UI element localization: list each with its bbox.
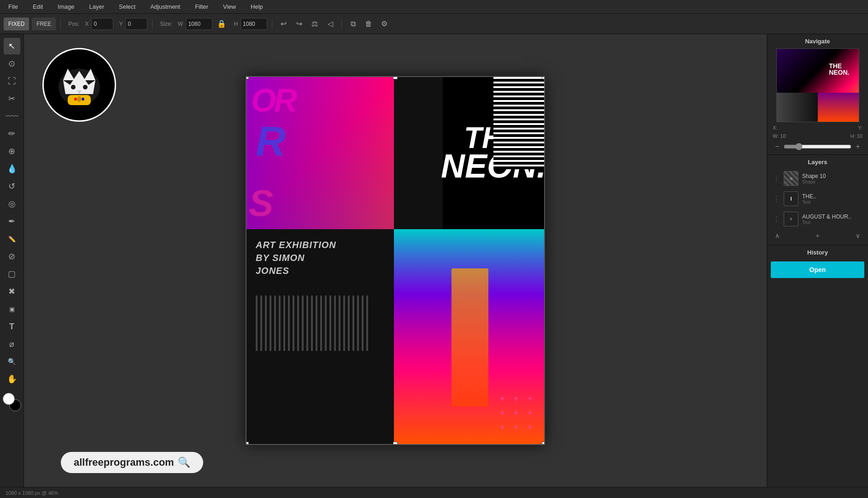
menu-image[interactable]: Image (55, 2, 77, 11)
layer-move-down-button[interactable]: ∨ (852, 230, 863, 241)
main-content: ↖ ⊙ ⛶ ✂ 〰〰 ✏ ⊕ 💧 ↺ ◎ ✒ ✏️ ⊘ ▢ ✖ ▣ T ⌀ 🔍 … (0, 34, 868, 487)
nav-w-label: W: 10 (773, 133, 786, 139)
color-swatches (3, 393, 21, 411)
toolbar-separator-4 (341, 18, 342, 30)
layer-menu-icon[interactable]: ⋮ (773, 174, 780, 183)
hand-tool[interactable]: ✋ (4, 371, 20, 387)
rotate-tool[interactable]: ↺ (4, 178, 20, 195)
handle-br[interactable] (542, 442, 545, 445)
layer-name-august: AUGUST & HOUR.. (802, 213, 862, 220)
menu-layer[interactable]: Layer (87, 2, 107, 11)
scissors-tool[interactable]: ✂ (4, 90, 20, 107)
nav-x-label: X: (773, 125, 777, 130)
width-input[interactable] (186, 18, 212, 30)
duplicate-button[interactable]: ⧉ (346, 18, 359, 30)
layer-type-the: Text (802, 200, 862, 205)
dropper-tool[interactable]: 💧 (4, 160, 20, 177)
layer-menu-icon-2[interactable]: ⋮ (773, 195, 780, 203)
handle-tl[interactable] (246, 76, 249, 79)
crop-tool[interactable]: ⛶ (4, 73, 20, 89)
smudge-tool[interactable]: 〰〰 (4, 108, 20, 125)
handle-bl[interactable] (246, 442, 249, 445)
menu-filter[interactable]: Filter (192, 2, 211, 11)
fill-tool[interactable]: ▣ (4, 301, 20, 317)
zoom-in-button[interactable]: + (853, 142, 862, 151)
y-label: Y (119, 21, 123, 27)
height-input[interactable] (240, 18, 267, 30)
clone-tool[interactable]: ⊘ (4, 248, 20, 265)
poster-stripes-top (493, 77, 544, 169)
text-tool[interactable]: T (4, 318, 20, 335)
status-bar: 1080 x 1080 px @ 46% (0, 487, 868, 498)
svg-point-1 (71, 85, 76, 89)
canvas-area[interactable]: OR R S THE NEON. ART EXHIBITIONBY SIMONJ… (24, 34, 767, 487)
toolbar-separator-3 (272, 18, 272, 30)
poster-art-text: ART EXHIBITIONBY SIMONJONES (256, 238, 385, 277)
zoom-slider[interactable] (784, 143, 851, 150)
nav-h-label: H: 10 (850, 133, 862, 139)
redo-button[interactable]: ↪ (293, 18, 305, 30)
layer-move-up-button[interactable]: ∧ (772, 230, 783, 241)
layer-type-shape10: Shape (802, 179, 862, 184)
layer-type-august: Text (802, 220, 862, 225)
undo-button[interactable]: ↩ (277, 18, 290, 30)
menu-edit[interactable]: Edit (30, 2, 46, 11)
history-title: History (771, 249, 864, 256)
history-open-button[interactable]: Open (771, 261, 864, 278)
status-text: 1080 x 1080 px @ 46% (6, 490, 59, 496)
pen-tool[interactable]: ✒ (4, 213, 20, 230)
handle-bc[interactable] (393, 442, 398, 445)
zoom-out-button[interactable]: − (773, 142, 782, 151)
target-tool[interactable]: ◎ (4, 196, 20, 212)
toolbar-separator-1 (60, 18, 61, 30)
background-color[interactable] (3, 393, 15, 405)
y-position-input[interactable] (125, 18, 147, 30)
transform-button[interactable]: ◁ (324, 18, 337, 30)
nav-dimensions: W: 10 H: 10 (771, 133, 864, 139)
brush-tool[interactable]: ✏ (4, 125, 20, 142)
pencil-tool[interactable]: ✏️ (4, 231, 20, 247)
settings-button[interactable]: ⚙ (378, 18, 391, 30)
layer-menu-icon-3[interactable]: ⋮ (773, 215, 780, 224)
zoom-tool[interactable]: 🔍 (4, 353, 20, 370)
canvas-document[interactable]: OR R S THE NEON. ART EXHIBITIONBY SIMONJ… (246, 76, 545, 445)
menu-file[interactable]: File (6, 2, 21, 11)
watermark: allfreeprograms.com 🔍 (61, 452, 203, 473)
layer-item-august[interactable]: ⋮ T AUGUST & HOUR.. Text (771, 210, 864, 228)
search-icon: 🔍 (178, 456, 190, 468)
layer-info-the: THE.. Text (802, 193, 862, 205)
layer-item-the[interactable]: ⋮ I THE.. Text (771, 190, 864, 208)
layer-thumb-the: I (784, 191, 798, 206)
handle-tc[interactable] (393, 76, 398, 79)
toolbar-separator-2 (152, 18, 152, 30)
select-tool[interactable]: ⊙ (4, 55, 20, 72)
layers-section: Layers ⋮ ⊞ Shape 10 Shape ⋮ I THE.. Text (767, 155, 868, 245)
size-label: Size: (160, 21, 172, 27)
navigate-section: Navigate THENEON. X: Y: W: 10 H: 10 − + (767, 34, 868, 155)
pointer-tool[interactable]: ↖ (4, 38, 20, 54)
menu-view[interactable]: View (220, 2, 239, 11)
poster-stripes-bottom (256, 296, 371, 351)
box-tool[interactable]: ▢ (4, 266, 20, 282)
app-logo (42, 48, 116, 122)
poster-photo-area: OR R S (246, 77, 394, 229)
layer-add-button[interactable]: + (812, 230, 823, 241)
menu-help[interactable]: Help (248, 2, 266, 11)
layer-item-shape10[interactable]: ⋮ ⊞ Shape 10 Shape (771, 169, 864, 188)
pos-label: Pos: (68, 21, 79, 27)
menu-select[interactable]: Select (116, 2, 138, 11)
align-button[interactable]: ⚖ (308, 18, 321, 30)
menu-adjustment[interactable]: Adjustment (147, 2, 183, 11)
handle-tr[interactable] (542, 76, 545, 79)
layer-info-august: AUGUST & HOUR.. Text (802, 213, 862, 225)
free-mode-button[interactable]: FREE (32, 18, 56, 30)
slice-tool[interactable]: ✖ (4, 283, 20, 300)
lock-aspect-button[interactable]: 🔒 (215, 18, 228, 30)
delete-button[interactable]: 🗑 (362, 18, 375, 30)
navigate-thumbnail[interactable]: THENEON. (776, 48, 859, 122)
pin-tool[interactable]: ⊕ (4, 143, 20, 160)
eyedropper-tool[interactable]: ⌀ (4, 336, 20, 352)
h-label: H (234, 21, 238, 27)
x-position-input[interactable] (91, 18, 113, 30)
fixed-mode-button[interactable]: FIXED (4, 18, 29, 30)
